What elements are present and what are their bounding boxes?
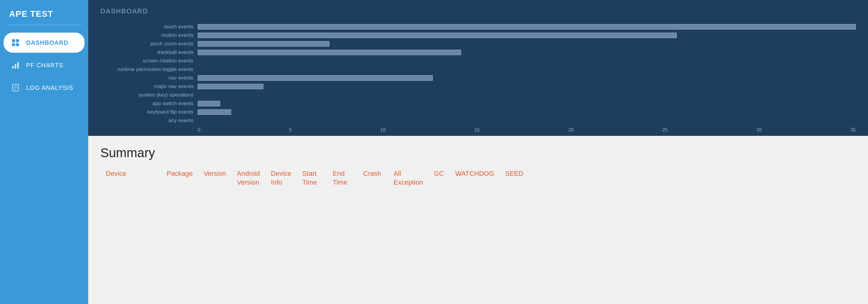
chart-bar-label: touch events bbox=[100, 24, 198, 30]
summary-area: Summary DevicePackageVersionAndroidVersi… bbox=[88, 136, 868, 304]
sidebar-item-log-analysis[interactable]: LOG ANALYSIS bbox=[4, 78, 85, 98]
x-axis-tick: 35 bbox=[850, 127, 856, 133]
chart-row: trackball events bbox=[100, 48, 856, 57]
log-analysis-icon bbox=[10, 82, 21, 93]
chart-bar-track bbox=[198, 92, 856, 98]
dashboard-icon bbox=[10, 37, 21, 49]
chart-bar-track bbox=[198, 67, 856, 72]
svg-rect-0 bbox=[12, 39, 15, 42]
chart-bar-track bbox=[198, 118, 856, 123]
chart-row: major nav events bbox=[100, 82, 856, 91]
chart-bar-fill bbox=[198, 33, 677, 38]
chart-bar-label: screen rotation events bbox=[100, 58, 198, 64]
summary-column-android-version: AndroidVersion bbox=[231, 169, 266, 187]
chart-row: touch events bbox=[100, 23, 856, 31]
x-axis-tick: 0 bbox=[198, 127, 200, 133]
app-title: APE TEST bbox=[0, 0, 88, 25]
chart-bar-label: nav events bbox=[100, 75, 198, 81]
summary-column-device-info: DeviceInfo bbox=[266, 169, 297, 187]
svg-rect-6 bbox=[17, 62, 19, 68]
sidebar-label-dashboard: DASHBOARD bbox=[26, 39, 68, 46]
chart-row: any events bbox=[100, 116, 856, 125]
chart-row: runtime permission toggle events bbox=[100, 65, 856, 74]
x-axis-tick: 15 bbox=[474, 127, 480, 133]
chart-bar-fill bbox=[198, 101, 220, 106]
chart-bar-label: trackball events bbox=[100, 49, 198, 55]
chart-bar-fill bbox=[198, 24, 856, 30]
chart-bar-track bbox=[198, 24, 856, 30]
summary-column-seed: SEED bbox=[500, 169, 530, 187]
chart-bar-track bbox=[198, 50, 856, 55]
chart-bar-fill bbox=[198, 84, 264, 89]
svg-rect-3 bbox=[16, 43, 19, 46]
summary-column-end-time: EndTime bbox=[327, 169, 358, 187]
summary-table-header: DevicePackageVersionAndroidVersionDevice… bbox=[100, 169, 856, 187]
x-axis-tick: 10 bbox=[380, 127, 386, 133]
chart-bar-label: pinch zoom events bbox=[100, 41, 198, 47]
chart-bar-label: app switch events bbox=[100, 101, 198, 107]
bar-chart: touch eventsmotion eventspinch zoom even… bbox=[100, 23, 856, 125]
svg-rect-1 bbox=[16, 39, 19, 42]
x-axis-tick: 20 bbox=[568, 127, 574, 133]
chart-bar-label: runtime permission toggle events bbox=[100, 66, 198, 73]
sidebar-item-pf-charts[interactable]: PF CHARTS bbox=[4, 55, 85, 75]
svg-rect-4 bbox=[12, 66, 14, 68]
chart-bar-fill bbox=[198, 75, 433, 81]
chart-bar-label: motion events bbox=[100, 32, 198, 38]
x-axis-ticks: 05101520253035 bbox=[198, 127, 856, 133]
pf-charts-icon bbox=[10, 59, 21, 71]
x-axis-tick: 25 bbox=[662, 127, 668, 133]
summary-column-package: Package bbox=[161, 169, 198, 187]
chart-bar-fill bbox=[198, 41, 330, 47]
chart-row: nav events bbox=[100, 74, 856, 82]
chart-bar-track bbox=[198, 109, 856, 115]
sidebar-divider bbox=[6, 25, 82, 25]
chart-row: motion events bbox=[100, 31, 856, 39]
chart-row: keyboard flip events bbox=[100, 108, 856, 116]
x-axis: 05101520253035 bbox=[100, 127, 856, 133]
summary-column-watchdog: WATCHDOG bbox=[450, 169, 500, 187]
chart-row: app switch events bbox=[100, 99, 856, 108]
summary-column-crash: Crash bbox=[358, 169, 388, 187]
x-axis-tick: 30 bbox=[756, 127, 762, 133]
chart-bar-track bbox=[198, 58, 856, 64]
summary-column-all-exception: AllException bbox=[388, 169, 429, 187]
sidebar-label-log-analysis: LOG ANALYSIS bbox=[26, 84, 73, 91]
main-content: DASHBOARD touch eventsmotion eventspinch… bbox=[88, 0, 868, 304]
summary-column-gc: GC bbox=[429, 169, 450, 187]
sidebar-label-pf-charts: PF CHARTS bbox=[26, 62, 63, 69]
chart-bar-label: keyboard flip events bbox=[100, 109, 198, 115]
summary-column-device: Device bbox=[100, 169, 161, 187]
chart-row: system (key) operations bbox=[100, 91, 856, 99]
chart-bar-label: major nav events bbox=[100, 83, 198, 89]
chart-bar-label: any events bbox=[100, 117, 198, 124]
chart-bar-fill bbox=[198, 109, 231, 115]
chart-bar-track bbox=[198, 75, 856, 81]
chart-row: screen rotation events bbox=[100, 57, 856, 65]
chart-bar-track bbox=[198, 84, 856, 89]
svg-rect-2 bbox=[12, 43, 15, 46]
summary-column-start-time: StartTime bbox=[297, 169, 327, 187]
chart-bar-label: system (key) operations bbox=[100, 92, 198, 98]
chart-bar-fill bbox=[198, 50, 461, 55]
chart-bar-track bbox=[198, 33, 856, 38]
sidebar-item-dashboard[interactable]: DASHBOARD bbox=[4, 33, 85, 53]
chart-bar-track bbox=[198, 41, 856, 47]
summary-column-version: Version bbox=[198, 169, 231, 187]
page-title: DASHBOARD bbox=[100, 7, 856, 15]
chart-bar-track bbox=[198, 101, 856, 106]
summary-title: Summary bbox=[100, 146, 856, 160]
sidebar: APE TEST DASHBOARD PF CHARTS bbox=[0, 0, 88, 304]
svg-rect-5 bbox=[15, 64, 17, 68]
chart-row: pinch zoom events bbox=[100, 39, 856, 48]
chart-area: DASHBOARD touch eventsmotion eventspinch… bbox=[88, 0, 868, 136]
x-axis-tick: 5 bbox=[289, 127, 292, 133]
